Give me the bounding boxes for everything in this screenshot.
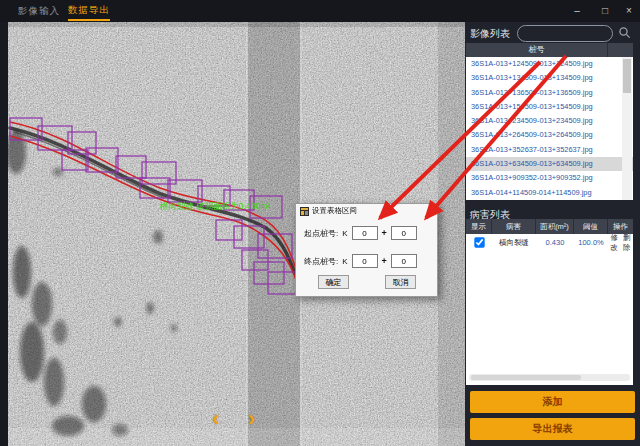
- right-panel: 影像列表 桩号 36S1A-013+124509-013+124509.jpg3…: [465, 22, 640, 446]
- column-stake-number: 桩号: [466, 43, 608, 57]
- dialog-icon: [300, 207, 309, 216]
- set-table-range-dialog: 设置表格区间 × 起点桩号: K + 终点桩号: K + 确定 取消: [295, 203, 438, 297]
- close-icon[interactable]: ×: [620, 0, 638, 22]
- list-item[interactable]: 36S1A-013+264509-013+264509.jpg: [466, 128, 633, 142]
- end-stake-label: 终点桩号:: [304, 256, 338, 267]
- stake-prefix: K: [342, 229, 347, 238]
- table-row: 横向裂缝 0.430 100.0% 修改 删除: [466, 234, 633, 251]
- next-image-button[interactable]: ›: [248, 408, 255, 430]
- defect-annotation-label: 横向裂缝 破损面积为0.430m²: [159, 201, 270, 211]
- export-report-button[interactable]: 导出报表: [470, 418, 635, 440]
- search-box: [517, 25, 613, 42]
- top-bar: 影像输入 数据导出 – □ ×: [0, 0, 640, 22]
- tab-data-export[interactable]: 数据导出: [68, 0, 110, 21]
- defect-name: 横向裂缝: [492, 238, 536, 248]
- search-icon[interactable]: [618, 26, 631, 39]
- scrollbar-thumb[interactable]: [623, 59, 631, 93]
- start-stake-m-input[interactable]: [391, 226, 417, 240]
- left-margin: [0, 22, 8, 446]
- maximize-icon[interactable]: □: [596, 0, 614, 22]
- column-defect: 病害: [492, 219, 536, 234]
- ok-button[interactable]: 确定: [318, 275, 349, 289]
- column-threshold: 阈值: [574, 219, 608, 234]
- edit-link[interactable]: 修改: [610, 233, 619, 253]
- delete-link[interactable]: 删除: [623, 233, 632, 253]
- start-stake-row: 起点桩号: K +: [304, 226, 417, 240]
- defect-area: 0.430: [536, 238, 574, 247]
- dialog-title: 设置表格区间: [312, 206, 357, 216]
- image-list-header: 桩号: [466, 43, 633, 57]
- list-item[interactable]: 36S1A-013+909352-013+909352.jpg: [466, 171, 633, 185]
- end-stake-km-input[interactable]: [352, 254, 378, 268]
- list-item[interactable]: 36S1A-013+634509-013+634509.jpg: [466, 157, 633, 171]
- dialog-title-bar: 设置表格区间 ×: [296, 204, 437, 218]
- list-item[interactable]: 36S1A-013+352637-013+352637.jpg: [466, 143, 633, 157]
- vertical-scrollbar[interactable]: [622, 57, 632, 200]
- image-list-title: 影像列表: [470, 27, 510, 41]
- plus-sign: +: [382, 256, 387, 266]
- list-item[interactable]: 36S1A-013+124509-013+124509.jpg: [466, 57, 633, 71]
- stake-prefix: K: [342, 257, 347, 266]
- dialog-close-button[interactable]: ×: [428, 204, 433, 218]
- end-stake-row: 终点桩号: K +: [304, 254, 417, 268]
- cancel-button[interactable]: 取消: [385, 275, 416, 289]
- start-stake-label: 起点桩号:: [304, 228, 338, 239]
- list-item[interactable]: 36S1A-013+136509-013+136509.jpg: [466, 86, 633, 100]
- prev-image-button[interactable]: ‹: [212, 408, 219, 430]
- show-defect-checkbox[interactable]: [474, 237, 484, 247]
- column-show: 显示: [466, 219, 492, 234]
- start-stake-km-input[interactable]: [352, 226, 378, 240]
- add-button[interactable]: 添加: [470, 391, 635, 413]
- minimize-icon[interactable]: –: [568, 0, 586, 22]
- list-item[interactable]: 36S1A-014+114509-014+114509.jpg: [466, 186, 633, 200]
- horizontal-scrollbar[interactable]: [469, 374, 630, 381]
- list-item[interactable]: 36S1A-013+134509-013+134509.jpg: [466, 71, 633, 85]
- tab-image-input[interactable]: 影像输入: [18, 0, 60, 22]
- defect-threshold: 100.0%: [574, 238, 608, 247]
- list-item[interactable]: 36S1A-013+234509-013+234509.jpg: [466, 114, 633, 128]
- scrollbar-thumb[interactable]: [471, 375, 581, 380]
- plus-sign: +: [382, 228, 387, 238]
- defect-list: 横向裂缝 0.430 100.0% 修改 删除: [466, 234, 633, 385]
- end-stake-m-input[interactable]: [391, 254, 417, 268]
- column-area: 面积(m²): [536, 219, 574, 234]
- list-item[interactable]: 36S1A-013+154509-013+154509.jpg: [466, 100, 633, 114]
- image-list: 36S1A-013+124509-013+124509.jpg36S1A-013…: [466, 57, 633, 200]
